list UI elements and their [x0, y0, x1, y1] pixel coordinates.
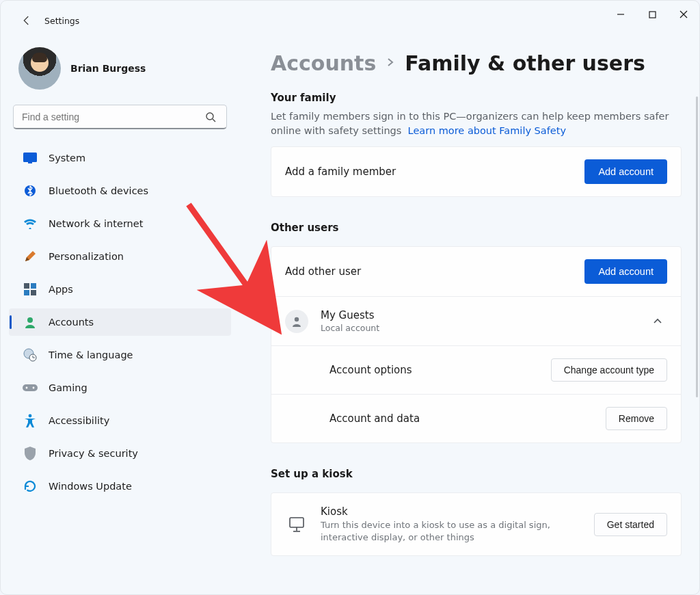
svg-rect-12: [31, 290, 36, 295]
sidebar-item-label: Network & internet: [49, 218, 143, 229]
sidebar-item-time[interactable]: Time & language: [9, 341, 231, 369]
svg-point-19: [29, 414, 32, 418]
add-family-label: Add a family member: [285, 166, 584, 178]
sidebar-item-personalization[interactable]: Personalization: [9, 243, 231, 270]
app-title: Settings: [44, 16, 79, 26]
svg-rect-21: [290, 518, 304, 527]
svg-rect-16: [23, 384, 38, 391]
breadcrumb-parent[interactable]: Accounts: [271, 51, 376, 75]
settings-window: Settings Brian Burgess: [0, 0, 700, 595]
account-options-label: Account options: [329, 364, 551, 376]
add-other-user-label: Add other user: [285, 265, 584, 278]
other-user-name: My Guests: [321, 309, 648, 321]
search-icon: [205, 111, 216, 122]
close-button[interactable]: [668, 1, 699, 28]
svg-point-18: [33, 387, 35, 389]
update-icon: [23, 479, 38, 494]
sidebar: Brian Burgess System: [1, 40, 237, 594]
breadcrumb: Accounts Family & other users: [271, 51, 682, 75]
svg-rect-7: [28, 162, 32, 163]
add-family-account-button[interactable]: Add account: [584, 159, 667, 184]
kiosk-title: Kiosk: [321, 505, 594, 518]
brush-icon: [23, 249, 38, 264]
account-options-row: Account options Change account type: [271, 345, 681, 394]
family-description: Let family members sign in to this PC—or…: [271, 109, 682, 138]
user-block[interactable]: Brian Burgess: [9, 47, 231, 101]
svg-rect-11: [24, 290, 29, 295]
maximize-button[interactable]: [636, 1, 668, 28]
system-icon: [23, 150, 38, 166]
svg-line-5: [213, 119, 215, 122]
sidebar-item-label: Gaming: [49, 382, 88, 393]
sidebar-item-gaming[interactable]: Gaming: [9, 374, 231, 401]
kiosk-description: Turn this device into a kiosk to use as …: [321, 519, 553, 543]
breadcrumb-current: Family & other users: [405, 51, 645, 75]
kiosk-card: Kiosk Turn this device into a kiosk to u…: [271, 492, 682, 556]
kiosk-get-started-button[interactable]: Get started: [594, 513, 667, 536]
svg-rect-1: [649, 12, 656, 18]
sidebar-item-network[interactable]: Network & internet: [9, 210, 231, 237]
chevron-right-icon: [386, 57, 395, 70]
change-account-type-button[interactable]: Change account type: [551, 358, 667, 382]
kiosk-monitor-icon: [285, 516, 308, 533]
family-safety-link[interactable]: Learn more about Family Safety: [408, 125, 566, 136]
svg-rect-10: [31, 283, 36, 289]
sidebar-item-update[interactable]: Windows Update: [9, 473, 231, 500]
sidebar-item-bluetooth[interactable]: Bluetooth & devices: [9, 177, 231, 204]
svg-point-4: [206, 113, 213, 120]
sidebar-item-label: Personalization: [49, 251, 124, 262]
svg-rect-6: [23, 153, 37, 162]
svg-point-13: [27, 317, 33, 323]
chevron-up-icon[interactable]: [648, 312, 667, 331]
minimize-button[interactable]: [605, 1, 636, 28]
main-content: Accounts Family & other users Your famil…: [237, 40, 699, 594]
apps-icon: [23, 282, 38, 297]
wifi-icon: [23, 216, 38, 231]
account-data-row: Account and data Remove: [271, 394, 681, 442]
sidebar-item-apps[interactable]: Apps: [9, 276, 231, 303]
person-icon: [23, 315, 38, 330]
user-silhouette-icon: [285, 310, 308, 333]
kiosk-heading: Set up a kiosk: [271, 468, 682, 480]
sidebar-item-accessibility[interactable]: Accessibility: [9, 407, 231, 434]
account-data-label: Account and data: [329, 412, 606, 425]
sidebar-item-system[interactable]: System: [9, 144, 231, 172]
sidebar-item-label: Accessibility: [49, 415, 109, 426]
svg-rect-9: [24, 283, 29, 289]
other-users-card: Add other user Add account My Guests Loc…: [271, 246, 682, 443]
family-heading: Your family: [271, 92, 682, 104]
titlebar: Settings: [1, 1, 699, 40]
shield-icon: [23, 446, 38, 461]
sidebar-item-label: Windows Update: [49, 481, 132, 492]
svg-point-17: [26, 387, 28, 389]
nav-list: System Bluetooth & devices Network & int…: [9, 144, 231, 500]
other-user-type: Local account: [321, 323, 648, 333]
remove-account-button[interactable]: Remove: [606, 407, 667, 430]
sidebar-item-privacy[interactable]: Privacy & security: [9, 440, 231, 467]
add-family-card: Add a family member Add account: [271, 146, 682, 197]
avatar: [18, 47, 61, 90]
sidebar-item-label: Apps: [49, 284, 73, 295]
user-name: Brian Burgess: [70, 63, 146, 74]
sidebar-item-label: Accounts: [49, 317, 94, 328]
back-button[interactable]: [14, 8, 39, 33]
add-other-user-button[interactable]: Add account: [584, 259, 667, 284]
search-input[interactable]: [13, 105, 227, 129]
sidebar-item-label: Bluetooth & devices: [49, 185, 148, 196]
vertical-scrollbar[interactable]: [696, 96, 698, 397]
svg-point-20: [295, 317, 299, 321]
sidebar-item-label: Privacy & security: [49, 448, 138, 459]
other-user-entry[interactable]: My Guests Local account: [271, 296, 681, 345]
sidebar-item-accounts[interactable]: Accounts: [9, 308, 231, 336]
gamepad-icon: [23, 380, 38, 395]
sidebar-item-label: System: [49, 153, 85, 163]
sidebar-item-label: Time & language: [49, 349, 133, 360]
accessibility-icon: [23, 413, 38, 428]
clock-globe-icon: [23, 347, 38, 362]
bluetooth-icon: [23, 183, 38, 198]
other-users-heading: Other users: [271, 222, 682, 234]
